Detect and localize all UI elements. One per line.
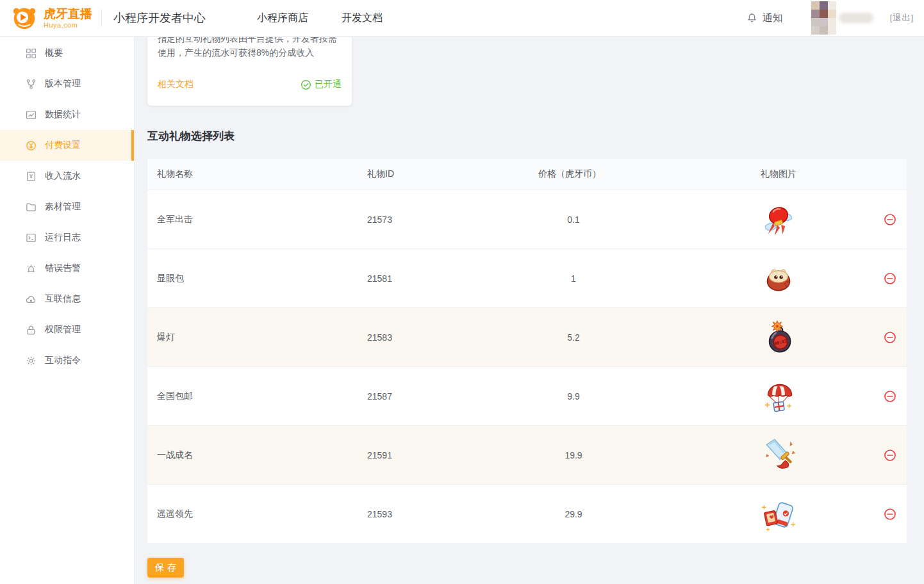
branch-icon bbox=[26, 79, 37, 90]
save-button[interactable]: 保存 bbox=[147, 558, 184, 578]
lock-icon bbox=[26, 325, 37, 336]
gift-image-bun-basket bbox=[759, 259, 798, 298]
sidebar-item-payment[interactable]: 付费设置 bbox=[0, 130, 134, 161]
brand-domain: Huya.com bbox=[44, 22, 92, 29]
remove-gift-button[interactable] bbox=[884, 272, 896, 285]
gift-name: 显眼包 bbox=[147, 273, 367, 284]
grid-icon bbox=[26, 48, 37, 59]
header-nav: 小程序商店 开发文档 bbox=[257, 12, 383, 25]
sidebar-item-overview[interactable]: 概要 bbox=[0, 38, 134, 69]
sidebar-item-assets[interactable]: 素材管理 bbox=[0, 191, 134, 222]
gift-name: 全国包邮 bbox=[147, 391, 367, 402]
col-header-gift-image: 礼物图片 bbox=[718, 168, 839, 180]
related-docs-link[interactable]: 相关文档 bbox=[158, 79, 194, 90]
promo-card-footer: 相关文档 已开通 bbox=[158, 79, 342, 90]
gift-table-row: 遥遥领先 21593 29.9 bbox=[147, 484, 907, 543]
minus-circle-icon bbox=[884, 508, 896, 521]
avatar[interactable] bbox=[811, 1, 836, 35]
notification-button[interactable]: 通知 bbox=[746, 12, 783, 25]
terminal-icon bbox=[26, 232, 37, 243]
sidebar-item-runlog[interactable]: 运行日志 bbox=[0, 222, 134, 253]
header-divider bbox=[101, 10, 102, 26]
logo-text: 虎牙直播 Huya.com bbox=[44, 8, 92, 29]
minus-circle-icon bbox=[884, 331, 896, 344]
sidebar-item-link-info[interactable]: 互联信息 bbox=[0, 284, 134, 314]
cloud-icon bbox=[26, 294, 37, 305]
gift-price: 1 bbox=[538, 273, 609, 284]
col-header-gift-id: 礼物ID bbox=[367, 168, 538, 180]
col-header-gift-name: 礼物名称 bbox=[147, 168, 367, 180]
gift-image-parachute-gift bbox=[759, 377, 798, 416]
gift-price: 9.9 bbox=[538, 391, 609, 402]
sidebar-item-alerts[interactable]: 错误告警 bbox=[0, 253, 134, 284]
remove-gift-button[interactable] bbox=[884, 508, 896, 521]
chart-icon bbox=[26, 110, 37, 120]
gift-id: 21593 bbox=[367, 509, 392, 519]
remove-gift-button[interactable] bbox=[884, 213, 896, 226]
notification-label: 通知 bbox=[763, 12, 783, 25]
username-blurred bbox=[839, 13, 873, 23]
nav-miniapp-store[interactable]: 小程序商店 bbox=[257, 12, 308, 25]
gift-id: 21587 bbox=[367, 391, 392, 402]
gift-image-phone-cards bbox=[759, 494, 798, 534]
app-header: 虎牙直播 Huya.com 小程序开发者中心 小程序商店 开发文档 通知 [退出… bbox=[0, 0, 924, 36]
sidebar-item-version[interactable]: 版本管理 bbox=[0, 69, 134, 99]
main-content: 指定的互动礼物列表由平台提供，开发者按需使用，产生的流水可获得8%的分成收入 相… bbox=[135, 37, 924, 584]
gift-image-crystal-sword bbox=[759, 435, 798, 475]
sidebar-item-permission[interactable]: 权限管理 bbox=[0, 314, 134, 345]
check-circle-icon bbox=[301, 79, 311, 90]
gift-table-body: 全军出击 21573 0.1 显眼包 21581 1 bbox=[147, 190, 907, 543]
huya-mascot-icon bbox=[10, 4, 38, 32]
gift-id: 21583 bbox=[367, 332, 392, 343]
receipt-icon bbox=[26, 171, 37, 182]
section-title: 互动礼物选择列表 bbox=[147, 129, 907, 143]
gift-image-boxing-glove bbox=[759, 200, 798, 239]
huya-logo[interactable]: 虎牙直播 Huya.com bbox=[10, 4, 92, 32]
status-label: 已开通 bbox=[315, 79, 342, 90]
alarm-icon bbox=[26, 263, 37, 274]
minus-circle-icon bbox=[884, 449, 896, 462]
minus-circle-icon bbox=[884, 272, 896, 285]
gift-id: 21591 bbox=[367, 450, 392, 460]
sidebar-item-command[interactable]: 互动指令 bbox=[0, 345, 134, 376]
sidebar-item-statistics[interactable]: 数据统计 bbox=[0, 99, 134, 130]
col-header-price: 价格（虎牙币） bbox=[538, 168, 718, 180]
sidebar-item-income[interactable]: 收入流水 bbox=[0, 161, 134, 191]
gift-table: 礼物名称 礼物ID 价格（虎牙币） 礼物图片 全军出击 21573 0.1 显眼… bbox=[147, 159, 907, 543]
remove-gift-button[interactable] bbox=[884, 331, 896, 344]
coin-icon bbox=[26, 140, 37, 151]
portal-title: 小程序开发者中心 bbox=[113, 10, 206, 26]
sidebar-menu: 概要 版本管理 数据统计 付费设置 收入流水 素材管理 运行日志 错误告警 互联… bbox=[0, 38, 134, 376]
gift-table-header: 礼物名称 礼物ID 价格（虎牙币） 礼物图片 bbox=[147, 159, 907, 190]
interactive-gift-card: 指定的互动礼物列表由平台提供，开发者按需使用，产生的流水可获得8%的分成收入 相… bbox=[147, 37, 352, 106]
brand-name: 虎牙直播 bbox=[44, 8, 92, 20]
gift-name: 遥遥领先 bbox=[147, 508, 367, 520]
gift-image-timer-bomb: 00:03 bbox=[759, 318, 798, 357]
gift-price: 0.1 bbox=[538, 215, 609, 225]
folder-icon bbox=[26, 202, 37, 213]
gift-feature-description: 指定的互动礼物列表由平台提供，开发者按需使用，产生的流水可获得8%的分成收入 bbox=[158, 37, 342, 60]
bell-icon bbox=[746, 12, 758, 24]
gift-table-row: 全军出击 21573 0.1 bbox=[147, 190, 907, 248]
gift-price: 5.2 bbox=[538, 332, 609, 343]
remove-gift-button[interactable] bbox=[884, 449, 896, 462]
minus-circle-icon bbox=[884, 213, 896, 226]
gift-table-row: 一战成名 21591 19.9 bbox=[147, 425, 907, 484]
gift-price: 29.9 bbox=[538, 509, 609, 519]
gift-name: 全军出击 bbox=[147, 214, 367, 225]
gift-price: 19.9 bbox=[538, 450, 609, 460]
gift-table-row: 全国包邮 21587 9.9 bbox=[147, 366, 907, 425]
gift-table-row: 显眼包 21581 1 bbox=[147, 248, 907, 307]
gift-id: 21581 bbox=[367, 273, 392, 284]
status-badge: 已开通 bbox=[301, 79, 342, 90]
gift-table-row: 爆灯 21583 5.2 00:03 bbox=[147, 307, 907, 366]
sidebar: 概要 版本管理 数据统计 付费设置 收入流水 素材管理 运行日志 错误告警 互联… bbox=[0, 37, 135, 584]
gift-name: 一战成名 bbox=[147, 450, 367, 461]
gift-name: 爆灯 bbox=[147, 332, 367, 343]
gift-id: 21573 bbox=[367, 215, 392, 225]
nav-dev-docs[interactable]: 开发文档 bbox=[342, 12, 383, 25]
logout-link[interactable]: [退出] bbox=[890, 12, 914, 24]
minus-circle-icon bbox=[884, 390, 896, 403]
gear-icon bbox=[26, 355, 37, 366]
remove-gift-button[interactable] bbox=[884, 390, 896, 403]
